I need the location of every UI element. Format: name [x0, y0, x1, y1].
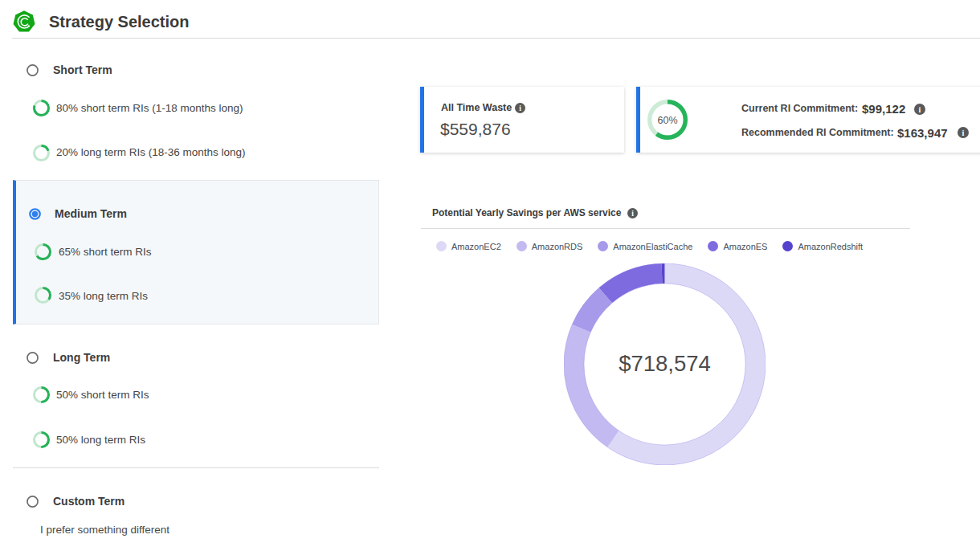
- svg-text:i: i: [919, 105, 921, 114]
- svg-text:i: i: [962, 129, 965, 137]
- svg-text:i: i: [631, 210, 634, 218]
- svg-text:i: i: [519, 104, 521, 112]
- svg-text:60%: 60%: [657, 115, 677, 126]
